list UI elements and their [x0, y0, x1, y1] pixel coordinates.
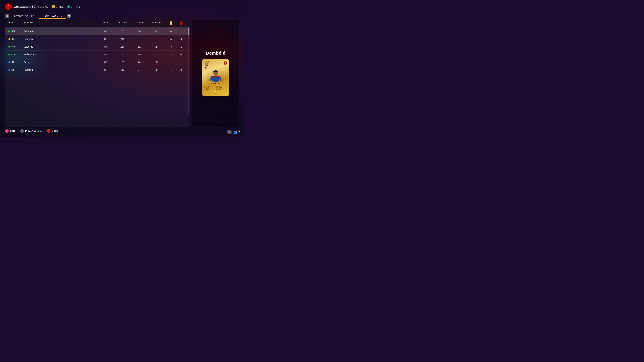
player-name-5: Haaland [24, 68, 97, 71]
diamonds-value: 0 [71, 5, 72, 8]
stat-assists-4: 50 [148, 61, 166, 63]
stat-ovr-2: 84 [97, 45, 114, 48]
card-club-logo [224, 61, 227, 65]
table-row[interactable]: RB Frimpong 80 215 1 12 5 0 [5, 35, 190, 43]
tab-active-squad[interactable]: ACTIVE SQUAD [10, 14, 38, 18]
card-stat-def: 36 DEF [216, 87, 228, 89]
col-played: PLAYED [114, 21, 131, 26]
coins-display: ⬡ 34,393 [52, 5, 64, 8]
sort-label: Sort [10, 130, 15, 132]
card-stat-phy: 56 PHY [216, 89, 228, 91]
scrollbar-thumb [188, 28, 189, 35]
squad-count: 3 [239, 131, 240, 134]
sort-ctrl-icon: □ [5, 129, 9, 133]
main-container: Whitewalkers SC EST. 2022 ⬡ 34,393 0 ☆ 0… [0, 0, 244, 137]
diamonds-display: 0 [67, 5, 72, 8]
col-assists: ASSISTS [148, 21, 166, 26]
scrollbar-track[interactable] [188, 28, 189, 114]
status-dot-5 [8, 69, 10, 71]
table-row[interactable]: ST Haaland 88 113 74 35 1 0 [5, 66, 190, 74]
stat-goals-2: 12 [131, 45, 148, 48]
player-details-button[interactable]: R3 Player Details [20, 129, 42, 133]
pos-cell-2: CM [8, 45, 24, 48]
player-name-4: Depay [24, 61, 97, 63]
back-label: Back [52, 130, 58, 132]
header: Whitewalkers SC EST. 2022 ⬡ 34,393 0 ☆ 0 [5, 3, 239, 10]
pos-label-3: CM [12, 53, 15, 56]
card-stats-grid: 93 PAC 87 DRI 77 SHO 36 DEF 79 PAS [204, 85, 228, 91]
tabs-row: L1 ACTIVE SQUAD TOP PLAYERS R1 [5, 13, 239, 19]
table-row[interactable]: RM Dembélé 83 231 66 64 0 1 [5, 27, 190, 35]
fifa-card: 83 RM 🇫🇷 [202, 59, 229, 96]
coins-value: 34,393 [56, 5, 64, 8]
table-row[interactable]: ST Depay 85 137 74 50 1 1 [5, 58, 190, 66]
col-ovr: OVR [97, 21, 114, 26]
stat-played-4: 137 [114, 61, 131, 63]
stat-red-1: 0 [176, 37, 186, 40]
card-stat-sho: 77 SHO [204, 87, 215, 89]
card-stat-pac: 93 PAC [204, 85, 215, 87]
stat-red-5: 0 [176, 68, 186, 71]
back-ctrl-icon: ○ [47, 129, 50, 133]
stat-goals-5: 74 [131, 68, 148, 71]
stat-goals-4: 74 [131, 61, 148, 63]
status-dot-4 [8, 61, 10, 63]
stat-assists-1: 12 [148, 37, 166, 40]
pos-cell-0: RM [8, 30, 24, 32]
stat-yellow-4: 1 [166, 61, 176, 63]
stat-red-4: 1 [176, 61, 186, 63]
pos-cell-1: RB [8, 38, 24, 40]
stat-goals-1: 1 [131, 37, 148, 40]
col-goals: GOALS [131, 21, 148, 26]
content-row: POS PLAYER OVR PLAYED GOALS ASSISTS [5, 20, 239, 127]
status-dot-3 [8, 54, 10, 55]
sort-button[interactable]: □ Sort [5, 129, 15, 133]
bottom-right: R2 👥 3 [226, 130, 240, 134]
card-trophy-icon: 🏆 [214, 91, 217, 94]
stat-played-5: 113 [114, 68, 131, 71]
stat-goals-3: 19 [131, 53, 148, 56]
table-row[interactable]: CM Valverde 84 160 12 24 3 1 [5, 43, 190, 51]
card-pos: RM [205, 64, 208, 66]
status-dot-2 [8, 46, 10, 48]
player-name-2: Valverde [24, 45, 97, 48]
player-details-ctrl-icon: R3 [20, 129, 24, 133]
stat-ovr-5: 88 [97, 68, 114, 71]
star-icon: ☆ [76, 5, 78, 8]
r1-badge: R1 [67, 14, 71, 18]
footer: □ Sort R3 Player Details ○ Back [5, 127, 239, 133]
pos-label-1: RB [12, 38, 14, 40]
est-label: EST. 2022 [38, 5, 48, 8]
stat-red-2: 1 [176, 45, 186, 48]
club-badge [5, 3, 12, 10]
table-row[interactable]: CM Bellingham 84 137 19 25 3 0 [5, 51, 190, 58]
stars-value: 0 [79, 5, 80, 8]
back-button[interactable]: ○ Back [47, 129, 58, 133]
pos-cell-4: ST [8, 61, 24, 63]
col-pos: POS [8, 21, 24, 26]
stat-red-0: 1 [176, 30, 186, 33]
stat-ovr-4: 85 [97, 61, 114, 63]
table-body: RM Dembélé 83 231 66 64 0 1 RB Fri [5, 27, 190, 74]
players-table: POS PLAYER OVR PLAYED GOALS ASSISTS [5, 20, 190, 127]
stat-played-1: 215 [114, 37, 131, 40]
card-stat-pas: 79 PAS [204, 89, 215, 91]
pos-label-0: RM [12, 30, 15, 32]
stat-ovr-3: 84 [97, 53, 114, 56]
card-stat-dri: 87 DRI [216, 85, 228, 87]
stat-played-3: 137 [114, 53, 131, 56]
player-name-1: Frimpong [24, 37, 97, 40]
svg-point-4 [213, 70, 218, 72]
player-details-label: Player Details [25, 130, 42, 132]
pos-label-4: ST [12, 61, 14, 63]
stat-assists-2: 24 [148, 45, 166, 48]
stat-yellow-2: 3 [166, 45, 176, 48]
tab-top-players[interactable]: TOP PLAYERS [39, 13, 66, 19]
svg-point-6 [213, 73, 214, 74]
player-card-panel: Dembélé 83 RM 🇫🇷 [192, 20, 239, 127]
col-yellow [166, 21, 176, 26]
stat-ovr-1: 80 [97, 37, 114, 40]
player-silhouette-svg [208, 69, 223, 82]
card-player-name: DEMBÉLÉ [211, 83, 221, 85]
stat-yellow-5: 1 [166, 68, 176, 71]
